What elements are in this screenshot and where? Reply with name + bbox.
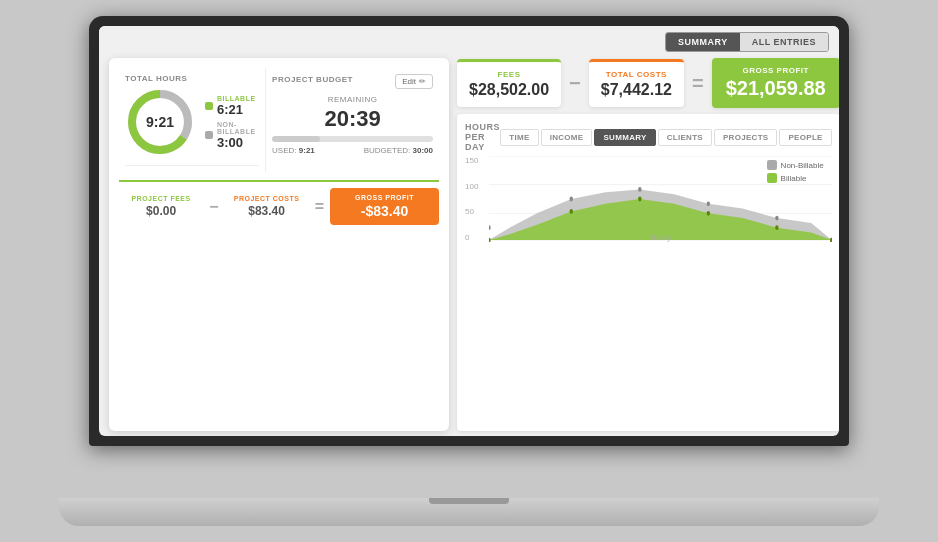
svg-point-18 bbox=[830, 238, 832, 242]
minus-sign: − bbox=[209, 198, 218, 216]
y-50: 50 bbox=[465, 207, 487, 216]
legend-billable-label: Billable bbox=[781, 174, 807, 183]
non-billable-dot bbox=[205, 131, 213, 139]
non-billable-row: NON-BILLABLE 3:00 bbox=[205, 121, 259, 150]
dashboard-main: TOTAL HOURS bbox=[99, 58, 839, 436]
budget-progress-fill bbox=[272, 136, 320, 142]
right-equals-sign: = bbox=[692, 72, 704, 95]
top-bar: SUMMARY ALL ENTRIES bbox=[99, 26, 839, 58]
right-minus-sign: − bbox=[569, 72, 581, 95]
billable-row: BILLABLE 6:21 bbox=[205, 95, 259, 117]
gross-profit-label: GROSS PROFIT bbox=[334, 194, 435, 201]
remaining-label: REMAINING bbox=[272, 95, 433, 104]
laptop: SUMMARY ALL ENTRIES TOTAL HOURS bbox=[59, 16, 879, 526]
non-billable-label: NON-BILLABLE bbox=[217, 121, 259, 135]
project-costs-box: PROJECT COSTS $83.40 bbox=[225, 195, 309, 218]
svg-point-7 bbox=[489, 225, 491, 230]
total-hours-title: TOTAL HOURS bbox=[125, 74, 259, 83]
donut-chart: 9:21 bbox=[125, 87, 195, 157]
y-axis: 150 100 50 0 bbox=[465, 156, 487, 242]
project-costs-label: PROJECT COSTS bbox=[225, 195, 309, 202]
chart-tab-clients[interactable]: CLIENTS bbox=[658, 129, 712, 146]
svg-point-15 bbox=[638, 197, 641, 202]
chart-tab-projects[interactable]: PROJECTS bbox=[714, 129, 778, 146]
legend-dot-gray bbox=[767, 160, 777, 170]
donut-label: 9:21 bbox=[146, 114, 174, 130]
project-fees-value: $0.00 bbox=[119, 204, 203, 218]
left-panel: TOTAL HOURS bbox=[109, 58, 449, 431]
used-label: USED: 9:21 bbox=[272, 146, 315, 155]
chart-header: HOURS PER DAY TIME INCOME SUMMARY CLIENT… bbox=[465, 122, 832, 152]
non-billable-value: 3:00 bbox=[217, 135, 259, 150]
laptop-base bbox=[59, 498, 879, 526]
svg-point-14 bbox=[570, 209, 573, 214]
svg-point-9 bbox=[638, 187, 641, 192]
hours-info: BILLABLE 6:21 NON-BILLABLE bbox=[205, 95, 259, 150]
svg-point-8 bbox=[570, 197, 573, 202]
chart-tab-time[interactable]: TIME bbox=[500, 129, 538, 146]
fees-value: $28,502.00 bbox=[469, 81, 549, 99]
chart-legend: Non-Billable Billable bbox=[767, 160, 824, 183]
screen: SUMMARY ALL ENTRIES TOTAL HOURS bbox=[99, 26, 839, 436]
used-value: 9:21 bbox=[299, 146, 315, 155]
chart-tab-people[interactable]: PEOPLE bbox=[779, 129, 831, 146]
project-budget-title: PROJECT BUDGET bbox=[272, 75, 353, 84]
right-panel: FEES $28,502.00 − TOTAL COSTS $7,442.12 … bbox=[457, 58, 839, 431]
legend-non-billable-label: Non-Billable bbox=[781, 161, 824, 170]
total-costs-label: TOTAL COSTS bbox=[601, 70, 672, 79]
remaining-value: 20:39 bbox=[272, 106, 433, 132]
chart-tab-income[interactable]: INCOME bbox=[541, 129, 593, 146]
edit-label: Edit bbox=[402, 77, 416, 86]
laptop-lid: SUMMARY ALL ENTRIES TOTAL HOURS bbox=[89, 16, 849, 446]
legend-non-billable: Non-Billable bbox=[767, 160, 824, 170]
hours-block: TOTAL HOURS bbox=[119, 68, 266, 172]
chart-body: 150 100 50 0 bbox=[465, 156, 832, 256]
project-fees-box: PROJECT FEES $0.00 bbox=[119, 195, 203, 218]
project-fees-label: PROJECT FEES bbox=[119, 195, 203, 202]
svg-point-10 bbox=[707, 201, 710, 206]
gross-profit-right: GROSS PROFIT $21,059.88 bbox=[712, 58, 839, 108]
tab-all-entries[interactable]: ALL ENTRIES bbox=[740, 33, 828, 51]
fees-label: FEES bbox=[469, 70, 549, 79]
y-150: 150 bbox=[465, 156, 487, 165]
project-costs-value: $83.40 bbox=[225, 204, 309, 218]
chart-tab-summary[interactable]: SUMMARY bbox=[594, 129, 655, 146]
svg-point-16 bbox=[707, 211, 710, 216]
gross-profit-right-value: $21,059.88 bbox=[726, 77, 826, 100]
svg-point-13 bbox=[489, 238, 491, 242]
svg-point-11 bbox=[775, 216, 778, 221]
equals-sign: = bbox=[315, 198, 324, 216]
right-upper: FEES $28,502.00 − TOTAL COSTS $7,442.12 … bbox=[457, 58, 839, 108]
y-100: 100 bbox=[465, 182, 487, 191]
left-upper: TOTAL HOURS bbox=[119, 68, 439, 172]
billable-dot bbox=[205, 102, 213, 110]
budget-progress bbox=[272, 136, 433, 142]
chart-title: HOURS PER DAY bbox=[465, 122, 500, 152]
x-label: Today bbox=[650, 233, 671, 242]
budget-used-row: USED: 9:21 BUDGETED: 30:00 bbox=[272, 146, 433, 155]
billable-value: 6:21 bbox=[217, 102, 256, 117]
gross-profit-right-label: GROSS PROFIT bbox=[742, 66, 808, 75]
total-costs-value: $7,442.12 bbox=[601, 81, 672, 99]
legend-billable: Billable bbox=[767, 173, 824, 183]
budgeted-label: BUDGETED: 30:00 bbox=[364, 146, 433, 155]
legend-dot-green bbox=[767, 173, 777, 183]
fees-box: FEES $28,502.00 bbox=[457, 59, 561, 107]
budget-block: PROJECT BUDGET Edit ✏ REMAINING 20:39 bbox=[266, 68, 439, 172]
bottom-metrics-row: PROJECT FEES $0.00 − PROJECT COSTS $83.4… bbox=[119, 180, 439, 225]
tab-group: SUMMARY ALL ENTRIES bbox=[665, 32, 829, 52]
svg-point-17 bbox=[775, 225, 778, 230]
y-0: 0 bbox=[465, 233, 487, 242]
gross-profit-value: -$83.40 bbox=[334, 203, 435, 219]
costs-box: TOTAL COSTS $7,442.12 bbox=[589, 59, 684, 107]
chart-area: HOURS PER DAY TIME INCOME SUMMARY CLIENT… bbox=[457, 114, 839, 431]
edit-button[interactable]: Edit ✏ bbox=[395, 74, 433, 89]
tab-summary[interactable]: SUMMARY bbox=[666, 33, 740, 51]
total-hours-section: 9:21 BILLABLE 6:21 bbox=[125, 87, 259, 166]
edit-icon: ✏ bbox=[419, 77, 426, 86]
billable-label: BILLABLE bbox=[217, 95, 256, 102]
budgeted-value: 30:00 bbox=[413, 146, 433, 155]
gross-profit-box: GROSS PROFIT -$83.40 bbox=[330, 188, 439, 225]
chart-tabs: TIME INCOME SUMMARY CLIENTS PROJECTS PEO… bbox=[500, 129, 831, 146]
